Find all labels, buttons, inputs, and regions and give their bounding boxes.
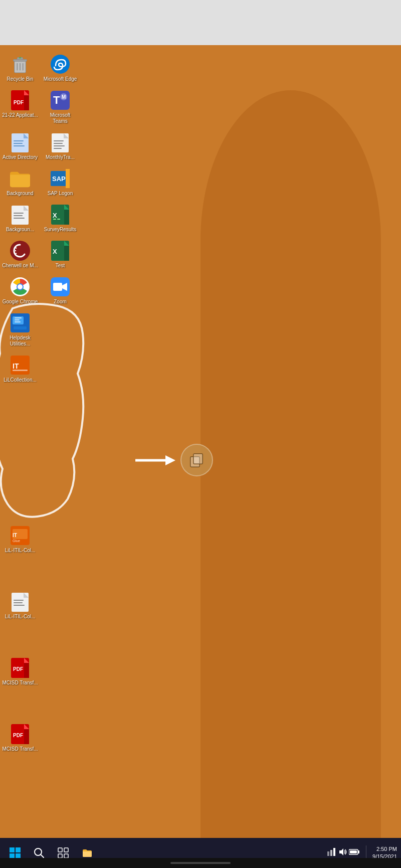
home-bar[interactable] bbox=[170, 862, 231, 864]
chrome-svg bbox=[11, 277, 30, 296]
test-excel-svg: X bbox=[51, 241, 69, 261]
svg-rect-92 bbox=[58, 848, 62, 852]
lil-collection-label: LiLCollection... bbox=[4, 377, 37, 383]
cherwell-icon[interactable]: Cherwell ce M... bbox=[0, 237, 40, 273]
svg-text:T: T bbox=[53, 94, 60, 106]
wallpaper-figure bbox=[200, 90, 381, 842]
icon-row-2: Active Directory MonthlyTra... bbox=[0, 128, 90, 164]
battery-icon bbox=[349, 848, 360, 857]
excel-survey-svg: X bbox=[51, 205, 69, 225]
sap-svg: SAP bbox=[51, 169, 70, 188]
background-folder-icon[interactable]: Background bbox=[0, 164, 40, 201]
mcisd-pdf2-svg: PDF bbox=[11, 724, 29, 744]
microsoft-edge-label: Microsoft Edge bbox=[44, 76, 77, 82]
lil-itil-col1-icon[interactable]: IT Glue LiL-ITIL-Col... bbox=[0, 522, 40, 558]
svg-text:M: M bbox=[62, 94, 66, 100]
icon-row-8: IT LiLCollection... bbox=[0, 351, 90, 387]
lil-itil-col2-label: LiL-ITIL-Col... bbox=[5, 614, 36, 620]
copy-circle[interactable] bbox=[180, 444, 213, 476]
background-doc-icon[interactable]: Backgroun... bbox=[0, 201, 40, 237]
svg-line-43 bbox=[16, 253, 17, 254]
icon-row-6: Google Chrome Zoom bbox=[0, 273, 90, 309]
svg-rect-31 bbox=[14, 213, 24, 214]
svg-rect-69 bbox=[14, 600, 24, 601]
svg-text:IT: IT bbox=[13, 362, 19, 370]
svg-text:PDF: PDF bbox=[13, 666, 23, 672]
svg-rect-86 bbox=[10, 847, 15, 852]
network-svg bbox=[327, 847, 336, 856]
cursor-indicator bbox=[135, 444, 213, 476]
active-directory-label: Active Directory bbox=[3, 154, 38, 160]
itglue-svg: IT bbox=[11, 356, 30, 375]
lil-collection-icon[interactable]: IT LiLCollection... bbox=[0, 351, 40, 387]
background-folder-label: Background bbox=[7, 191, 33, 197]
itglue2-svg: IT Glue bbox=[11, 526, 30, 545]
svg-rect-98 bbox=[333, 848, 335, 856]
svg-rect-17 bbox=[14, 140, 24, 141]
monthly-training-label: MonthlyTra... bbox=[46, 154, 75, 160]
time-display: 2:50 PM bbox=[372, 845, 397, 853]
system-tray bbox=[327, 847, 360, 858]
pdf-svg: PDF bbox=[11, 90, 29, 110]
microsoft-teams-icon[interactable]: T M Microsoft Teams bbox=[40, 86, 80, 128]
helpdesk-icon[interactable]: Helpdesk Utilities... bbox=[0, 309, 40, 351]
svg-rect-85 bbox=[193, 454, 203, 464]
mcisd-pdf1-svg: PDF bbox=[11, 658, 29, 678]
test-excel-icon[interactable]: X Test bbox=[40, 237, 80, 273]
svg-rect-94 bbox=[58, 854, 62, 858]
recycle-bin-label: Recycle Bin bbox=[7, 76, 34, 82]
home-indicator bbox=[0, 858, 401, 868]
svg-rect-71 bbox=[14, 605, 25, 606]
svg-rect-52 bbox=[53, 283, 62, 291]
pdf-21-22-icon[interactable]: PDF 21-22 Applicat... bbox=[0, 86, 40, 128]
svg-rect-39 bbox=[57, 219, 60, 220]
svg-text:SAP: SAP bbox=[52, 175, 66, 183]
volume-svg bbox=[338, 847, 347, 856]
svg-rect-38 bbox=[53, 219, 56, 220]
google-chrome-label: Google Chrome bbox=[3, 299, 38, 305]
google-chrome-icon[interactable]: Google Chrome bbox=[0, 273, 40, 309]
helpdesk-svg bbox=[11, 313, 30, 332]
search-icon bbox=[34, 847, 45, 858]
mcisd-transf1-icon[interactable]: PDF MCISD Transf... bbox=[0, 654, 40, 690]
sap-logon-icon[interactable]: SAP SAP Logon bbox=[40, 164, 80, 201]
volume-icon[interactable] bbox=[338, 847, 347, 858]
svg-rect-56 bbox=[14, 326, 27, 329]
cherwell-svg bbox=[10, 241, 30, 261]
helpdesk-label: Helpdesk Utilities... bbox=[2, 335, 38, 347]
monthly-training-svg bbox=[52, 132, 69, 152]
svg-rect-23 bbox=[54, 143, 63, 144]
svg-rect-96 bbox=[327, 851, 329, 856]
sap-logon-label: SAP Logon bbox=[48, 191, 73, 197]
background-doc-label: Backgroun... bbox=[6, 227, 34, 233]
task-view-icon bbox=[58, 847, 69, 858]
desktop-icons-container: Recycle Bin Microsoft Edge bbox=[0, 50, 90, 387]
lil-itil-col2-icon[interactable]: LiL-ITIL-Col... bbox=[0, 588, 40, 624]
svg-rect-97 bbox=[330, 850, 332, 856]
svg-point-6 bbox=[51, 55, 70, 74]
survey-results-icon[interactable]: X SurveyResults bbox=[40, 201, 80, 237]
monthly-training-icon[interactable]: MonthlyTra... bbox=[40, 128, 80, 164]
svg-rect-58 bbox=[15, 319, 20, 320]
microsoft-edge-icon[interactable]: Microsoft Edge bbox=[40, 50, 80, 86]
svg-text:X: X bbox=[53, 248, 57, 255]
svg-rect-24 bbox=[54, 145, 65, 146]
desktop: Recycle Bin Microsoft Edge bbox=[0, 45, 401, 838]
svg-rect-25 bbox=[54, 148, 62, 149]
recycle-bin-icon[interactable]: Recycle Bin bbox=[0, 50, 40, 86]
microsoft-teams-label: Microsoft Teams bbox=[42, 112, 78, 124]
svg-rect-32 bbox=[14, 215, 23, 216]
svg-point-40 bbox=[10, 241, 30, 261]
svg-rect-33 bbox=[14, 218, 25, 219]
icon-row-4: Backgroun... X SurveyResults bbox=[0, 201, 90, 237]
copy-icon bbox=[189, 453, 205, 468]
svg-rect-22 bbox=[54, 140, 64, 141]
icon-row-0: Recycle Bin Microsoft Edge bbox=[0, 50, 90, 86]
active-directory-icon[interactable]: Active Directory bbox=[0, 128, 40, 164]
mcisd-transf2-icon[interactable]: PDF MCISD Transf... bbox=[0, 720, 40, 756]
lil-doc-svg bbox=[12, 592, 29, 612]
network-icon[interactable] bbox=[327, 847, 336, 858]
svg-marker-81 bbox=[165, 455, 175, 465]
teams-svg: T M bbox=[51, 91, 70, 110]
zoom-icon[interactable]: Zoom bbox=[40, 273, 80, 309]
